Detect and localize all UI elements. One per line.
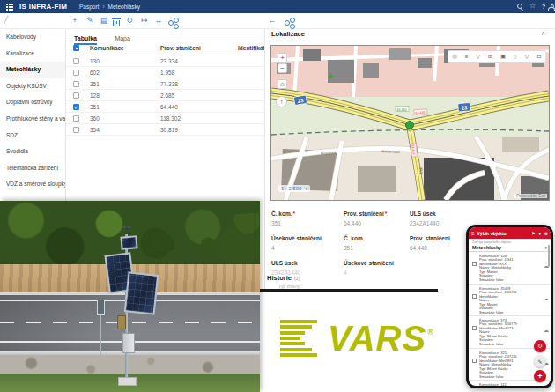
select-all-checkbox[interactable] xyxy=(73,45,79,51)
sidebar-item-kanalizace[interactable]: Kanalizace xyxy=(0,46,65,63)
row-checkbox[interactable] xyxy=(73,81,79,87)
legend-icon[interactable]: ≡ xyxy=(465,54,469,60)
pen-icon[interactable]: ╱ xyxy=(1,16,11,24)
cloud-icon[interactable]: ☁ xyxy=(541,295,549,315)
flag-icon[interactable]: ⚑ xyxy=(531,231,535,236)
row-checkbox[interactable] xyxy=(73,115,79,122)
item-checkbox[interactable] xyxy=(472,359,477,363)
table-row[interactable]: 35177.338 xyxy=(66,78,264,90)
swap-button[interactable]: ↔ xyxy=(153,16,164,25)
filter-icon[interactable]: ▼ xyxy=(537,231,542,236)
app-header: IS INFRA-FIM Pasport›Meteohlásky ☆ ? xyxy=(0,0,555,13)
follow-button[interactable]: ↦ xyxy=(139,16,150,25)
select-label: Zvol typ pasportního objektu xyxy=(472,240,547,244)
phone-list-item[interactable]: Komunikace: 108Prov. staničení: 2.341Ide… xyxy=(469,252,551,285)
home-button[interactable]: ⌂ xyxy=(278,79,287,89)
breadcrumb-root[interactable]: Pasport xyxy=(79,4,99,10)
table-row[interactable]: 6021.958 xyxy=(66,67,264,78)
cell-komunikace: 354 xyxy=(90,127,160,133)
column-header-prov-staniceni[interactable]: Prov. staničení xyxy=(160,45,238,51)
row-checkbox[interactable]: ✓ xyxy=(73,104,79,110)
edit-fab-button[interactable]: ✎ xyxy=(534,355,546,367)
cell-komunikace: 360 xyxy=(90,115,160,122)
photo-device-box xyxy=(117,315,126,329)
item-attribute: Název: Meteohláska xyxy=(479,362,541,366)
item-checkbox[interactable] xyxy=(472,294,477,299)
share-icon[interactable] xyxy=(168,20,174,26)
item-attribute: Název: xyxy=(479,298,541,302)
sidebar-item-vdz-a-smerove-sloupky[interactable]: VDZ a směrové sloupky xyxy=(0,176,65,193)
sidebar-item-sdz[interactable]: SDZ xyxy=(0,128,65,144)
user-icon[interactable] xyxy=(548,7,555,11)
table-row[interactable]: 35430.819 xyxy=(66,124,264,136)
zoom-out-button[interactable]: − xyxy=(278,63,287,73)
photo-gravel xyxy=(0,355,260,375)
filter-icon[interactable]: ▽ xyxy=(476,53,480,60)
table-row[interactable]: ✓35164.440 xyxy=(66,101,264,113)
phone-app-bar: ≡ Výběr objektu ⚑ ▼ ⊗ xyxy=(469,227,551,239)
table-row[interactable]: 360118.302 xyxy=(66,113,264,124)
breadcrumb-current[interactable]: Meteohlásky xyxy=(108,4,141,10)
vars-logo: VARS® xyxy=(280,320,434,357)
breadcrumb-separator: › xyxy=(102,4,104,10)
sidebar-item-protihlukove-steny-a-valy[interactable]: Protihlukové stěny a valy xyxy=(0,111,65,128)
back-button[interactable]: ← xyxy=(267,16,278,25)
basemap-icon[interactable]: ◎ xyxy=(452,53,457,60)
item-checkbox[interactable] xyxy=(472,326,477,330)
hamburger-menu-icon[interactable]: ≡ xyxy=(471,231,475,236)
tab-tabulka[interactable]: Tabulka xyxy=(74,32,97,45)
phone-list-item[interactable]: Komunikace: 35428Prov. staničení: 2.6175… xyxy=(469,285,551,317)
table-row[interactable]: 1282.685 xyxy=(66,90,264,101)
page: IS INFRA-FIM Pasport›Meteohlásky ☆ ? ╱ +… xyxy=(0,0,555,392)
select-icon[interactable]: ▽ xyxy=(524,53,529,60)
compass-icon[interactable]: ↑ xyxy=(276,96,287,107)
street-label: Rosycká xyxy=(321,151,337,156)
star-icon[interactable]: ☆ xyxy=(529,2,536,10)
sidebar-item-objekty-ksusv[interactable]: Objekty KSÚSV xyxy=(0,78,65,95)
zoom-in-button[interactable]: + xyxy=(278,53,287,63)
sidebar-item-svodidla[interactable]: Svodidla xyxy=(0,144,65,160)
close-icon[interactable]: ⊗ xyxy=(544,231,548,236)
help-icon[interactable]: ? xyxy=(542,4,545,10)
table-row[interactable]: 13023.334 xyxy=(66,55,264,67)
share-icon[interactable] xyxy=(285,20,290,26)
map-canvas[interactable]: + 23 23 64.440 64.440 64.440 Rosycká xyxy=(271,46,549,200)
add-button[interactable]: + xyxy=(70,16,80,25)
column-header-identifikator[interactable]: Identifikátor xyxy=(238,45,264,51)
add-fab-button[interactable]: + xyxy=(534,370,546,382)
delete-button[interactable] xyxy=(113,20,120,26)
sidebar-item-dopravni-ostruvky[interactable]: Dopravní ostrůvky xyxy=(0,94,65,111)
print-icon[interactable]: ⊟ xyxy=(536,53,541,60)
column-header-komunikace[interactable]: Komunikace xyxy=(90,45,160,51)
field-label: Úsekové staničení xyxy=(344,260,394,266)
draw-icon[interactable]: ○ xyxy=(514,54,517,60)
collapse-icon[interactable]: ∧ xyxy=(541,30,545,37)
app-grid-icon[interactable] xyxy=(6,4,8,5)
edit-button[interactable]: ✎ xyxy=(85,16,95,25)
row-checkbox[interactable] xyxy=(73,70,79,76)
sidebar-item-telematicka-zarizeni[interactable]: Telematická zařízení xyxy=(0,160,65,177)
pin-icon[interactable] xyxy=(517,4,522,9)
field-label: Č. kom. xyxy=(271,211,292,217)
object-type-select[interactable]: Zvol typ pasportního objektu Meteohlásky… xyxy=(469,239,551,252)
layers-icon[interactable]: ▣ xyxy=(500,53,506,60)
map-widget[interactable]: + 23 23 64.440 64.440 64.440 Rosycká xyxy=(270,45,550,201)
refresh-button[interactable]: ↻ xyxy=(124,16,135,25)
row-checkbox[interactable] xyxy=(73,127,79,133)
sidebar-item-meteohlasky[interactable]: Meteohlásky xyxy=(0,62,65,78)
sidebar-item-kabelovody[interactable]: Kabelovody xyxy=(0,29,65,46)
km-label-red-vertical: 64.440 xyxy=(411,144,417,157)
measure-icon[interactable]: ⊞ xyxy=(488,53,492,60)
map-scale-selector[interactable]: 1 : 2 500▾ xyxy=(278,185,310,192)
tab-mapa[interactable]: Mapa xyxy=(115,32,130,43)
item-checkbox[interactable] xyxy=(472,262,477,266)
registered-mark: ® xyxy=(427,328,434,337)
sync-fab-button[interactable]: ↻ xyxy=(534,340,546,352)
row-checkbox[interactable] xyxy=(73,58,79,64)
item-attribute: Prov. staničení: 2.61751 xyxy=(479,290,541,294)
bulk-edit-button[interactable]: ▤ xyxy=(99,16,109,25)
map-toolbar: ◎≡▽⊞▣○▽⊟ xyxy=(448,50,546,63)
row-checkbox[interactable] xyxy=(73,92,79,99)
scrollbar[interactable] xyxy=(548,245,550,267)
selected-feature-marker[interactable] xyxy=(406,122,414,129)
